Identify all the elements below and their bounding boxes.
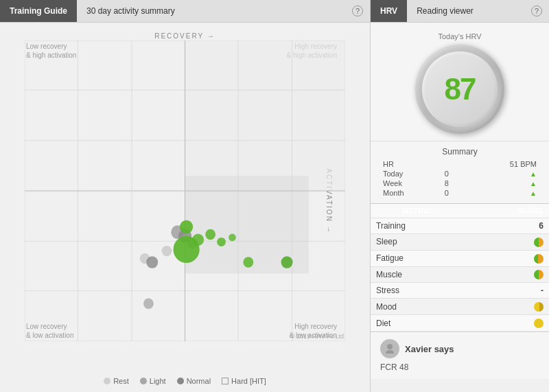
left-help-button[interactable]: ? (345, 0, 370, 22)
svg-point-46 (387, 344, 393, 349)
gauge-inner: 87 (422, 51, 498, 127)
today-value: 0 (442, 169, 465, 178)
copyright-text: © 2015 HRV Fit Ltd (290, 333, 344, 340)
svg-point-40 (217, 238, 226, 246)
training-score: 6 (463, 218, 549, 234)
diet-score (463, 315, 549, 332)
help-icon-right: ? (531, 5, 542, 16)
main-content: RECOVERY → ACTIVATION → Low recovery& hi… (0, 23, 549, 392)
hrv-tab[interactable]: HRV (371, 0, 407, 22)
muscle-score (463, 266, 549, 283)
reading-viewer-tab[interactable]: Reading viewer (407, 0, 483, 22)
svg-rect-1 (185, 41, 346, 191)
month-value: 0 (442, 188, 465, 198)
today-row: Today 0 ▲ (380, 169, 539, 178)
week-row: Week 8 ▲ (380, 178, 539, 188)
mood-label: Mood (371, 299, 463, 315)
svg-point-43 (243, 257, 253, 267)
fatigue-score (463, 250, 549, 266)
stress-score: - (463, 283, 549, 299)
stress-row: Stress - (371, 283, 549, 299)
week-value: 8 (442, 178, 465, 188)
metrics-table: METRIC SCORE Training 6 Sleep (371, 204, 549, 332)
hr-value: 51 BPM (464, 159, 539, 169)
summary-section: Summary HR 51 BPM Today 0 ▲ Week 8 ▲ (371, 141, 549, 203)
muscle-row: Muscle (371, 266, 549, 283)
fatigue-row: Fatigue (371, 250, 549, 266)
fatigue-label: Fatigue (371, 250, 463, 266)
legend-hard: Hard [HIT] (222, 377, 266, 385)
help-icon: ? (352, 5, 363, 16)
mood-indicator (534, 302, 544, 312)
right-help-button[interactable]: ? (524, 0, 549, 22)
legend-rest: Rest (104, 377, 129, 385)
metrics-section: METRIC SCORE Training 6 Sleep (371, 203, 549, 332)
month-row: Month 0 ▲ (380, 188, 539, 198)
top-bar: Training Guide 30 day activity summary ?… (0, 0, 549, 23)
legend-light: Light (140, 377, 166, 385)
hrv-gauge: 87 (415, 45, 504, 134)
left-panel: RECOVERY → ACTIVATION → Low recovery& hi… (0, 23, 371, 392)
svg-point-44 (281, 256, 293, 268)
stress-label: Stress (371, 283, 463, 299)
sleep-label: Sleep (371, 234, 463, 251)
chart-area: RECOVERY → ACTIVATION → Low recovery& hi… (4, 27, 366, 376)
svg-point-35 (146, 256, 158, 268)
hr-label: HR (380, 159, 442, 169)
training-guide-tab[interactable]: Training Guide (0, 0, 77, 22)
summary-title: Summary (380, 147, 539, 157)
summary-table: HR 51 BPM Today 0 ▲ Week 8 ▲ Month 0 (380, 159, 539, 198)
xavier-title: Xavier says (405, 344, 454, 354)
today-label: Today (380, 169, 442, 178)
rest-dot (104, 378, 110, 384)
sleep-row: Sleep (371, 234, 549, 251)
fatigue-indicator (534, 254, 544, 264)
svg-point-42 (174, 236, 200, 263)
activity-summary-tab[interactable]: 30 day activity summary (77, 0, 185, 22)
diet-label: Diet (371, 315, 463, 332)
muscle-indicator (534, 270, 544, 279)
metrics-header-row: METRIC SCORE (371, 204, 549, 218)
mood-row: Mood (371, 299, 549, 315)
left-header: Training Guide 30 day activity summary ? (0, 0, 371, 22)
score-col-header: SCORE (463, 204, 549, 218)
month-label: Month (380, 188, 442, 198)
svg-point-41 (229, 233, 236, 241)
svg-point-45 (143, 299, 154, 309)
diet-indicator (534, 319, 544, 328)
right-header: HRV Reading viewer ? (371, 0, 549, 22)
hr-row: HR 51 BPM (380, 159, 539, 169)
today-trend: ▲ (464, 169, 539, 178)
training-row: Training 6 (371, 218, 549, 234)
metric-col-header: METRIC (371, 204, 463, 218)
right-panel: Today's HRV 87 Summary HR 51 BPM Today (371, 23, 549, 392)
hard-square (222, 378, 229, 384)
xavier-text: FCR 48 (380, 362, 539, 372)
sleep-score (463, 234, 549, 251)
normal-dot (177, 378, 184, 384)
scatter-svg: -3 2 1 0 -1 -2 -3 -3 -2 -1 0 1 2 3 (25, 41, 345, 341)
muscle-label: Muscle (371, 266, 463, 283)
xavier-section: Xavier says FCR 48 (371, 332, 549, 379)
diet-row: Diet (371, 315, 549, 332)
hrv-value: 87 (445, 74, 476, 104)
avatar (380, 339, 399, 358)
light-dot (140, 378, 147, 384)
svg-point-37 (180, 220, 193, 234)
hrv-gauge-section: Today's HRV 87 (371, 23, 549, 141)
training-label: Training (371, 218, 463, 234)
scatter-container: -3 2 1 0 -1 -2 -3 -3 -2 -1 0 1 2 3 (25, 41, 345, 341)
today-hrv-label: Today's HRV (438, 32, 481, 41)
svg-point-32 (162, 246, 172, 256)
svg-point-39 (205, 229, 215, 240)
sleep-indicator (534, 238, 544, 247)
legend-normal: Normal (177, 377, 211, 385)
xavier-header: Xavier says (380, 339, 539, 358)
legend: Rest Light Normal Hard [HIT] (4, 376, 366, 388)
recovery-axis-label: RECOVERY → (154, 32, 215, 40)
month-trend: ▲ (464, 188, 539, 198)
mood-score (463, 299, 549, 315)
week-trend: ▲ (464, 178, 539, 188)
week-label: Week (380, 178, 442, 188)
